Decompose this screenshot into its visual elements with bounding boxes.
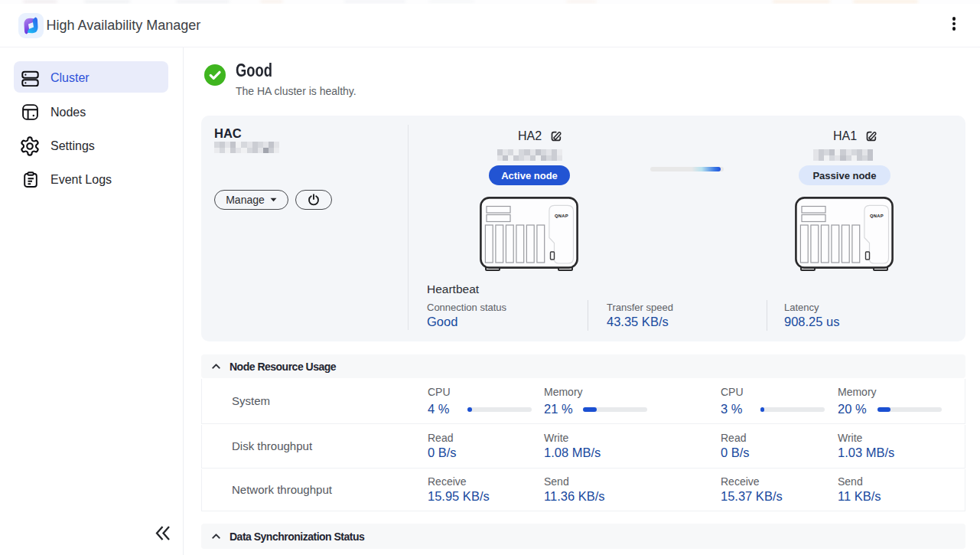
- svg-text:QNAP: QNAP: [555, 214, 568, 218]
- svg-text:QNAP: QNAP: [870, 214, 884, 218]
